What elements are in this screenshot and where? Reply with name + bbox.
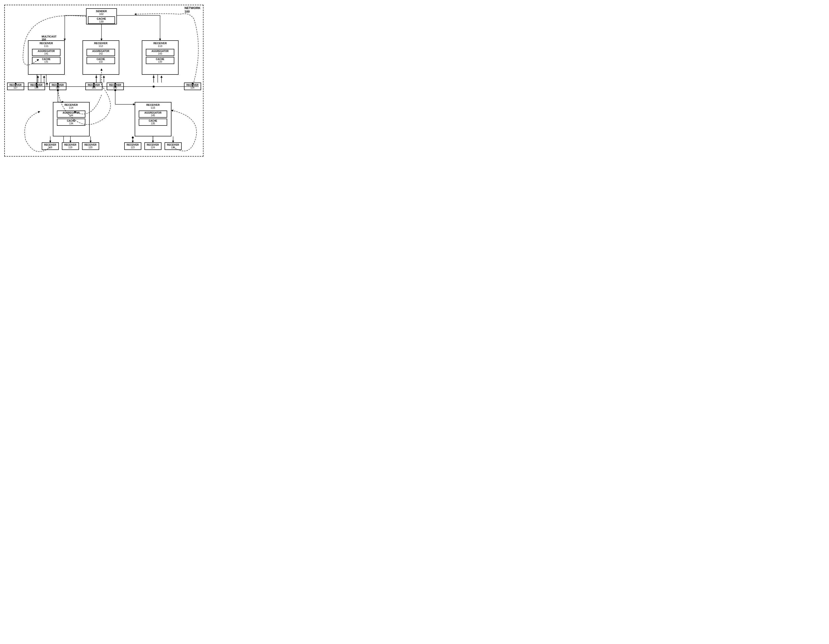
- receiver-121-box: RECEIVER 121: [85, 82, 102, 90]
- aggregator-142-box: AGGREGATOR 142: [87, 49, 115, 56]
- cache-131-box: CACHE 131: [32, 57, 60, 64]
- receiver-120-box: RECEIVER 120: [82, 142, 99, 150]
- network-label: NETWORK 100: [184, 6, 200, 13]
- receiver-124-box: RECEIVER 124: [144, 142, 161, 150]
- receiver-122-box: RECEIVER 122: [107, 82, 124, 90]
- cache-132-box: CACHE 132: [87, 57, 115, 64]
- receiver-112-box: RECEIVER 112 AGGREGATOR 142 CACHE 132: [82, 40, 119, 75]
- receiver-118-box: RECEIVER 118: [42, 142, 59, 150]
- receiver-127-box: RECEIVER 127: [7, 82, 24, 90]
- cache-135-box: CACHE 135: [139, 118, 167, 126]
- cache-133-box: CACHE 133: [146, 57, 174, 64]
- receiver-114-box: RECEIVER 114 AGGREGATOR 144 CACHE 134: [53, 102, 90, 136]
- receiver-115-box: RECEIVER 115 AGGREGATOR 145 CACHE 135: [135, 102, 172, 136]
- aggregator-143-box: AGGREGATOR 143: [146, 49, 174, 56]
- receiver-126-box: RECEIVER 126: [184, 82, 201, 90]
- receiver-111-box: RECEIVER 111 AGGREGATOR 141 CACHE 131: [28, 40, 65, 75]
- receiver-119-box: RECEIVER 119: [62, 142, 79, 150]
- receiver-125-box: RECEIVER 125: [165, 142, 182, 150]
- aggregator-141-box: AGGREGATOR 141: [32, 49, 60, 56]
- receiver-116-box: RECEIVER 116: [28, 82, 45, 90]
- cache-top-box: CACHE 130: [88, 16, 115, 24]
- cache-134-box: CACHE 134: [57, 118, 85, 126]
- diagram-page: NETWORK 100 SENDER 102 CACHE 130 MULTICA…: [2, 2, 206, 159]
- receiver-113-box: RECEIVER 113 AGGREGATOR 143 CACHE 133: [142, 40, 178, 75]
- aggregator-144-box: AGGREGATOR 144: [57, 110, 85, 118]
- sender-box: SENDER 102 CACHE 130: [86, 8, 117, 24]
- multicast-label: MULTICAST 150: [42, 35, 57, 41]
- receiver-117-box: RECEIVER 117: [49, 82, 66, 90]
- aggregator-145-box: AGGREGATOR 145: [139, 110, 167, 118]
- receiver-123-box: RECEIVER 123: [124, 142, 141, 150]
- network-border: [4, 5, 203, 156]
